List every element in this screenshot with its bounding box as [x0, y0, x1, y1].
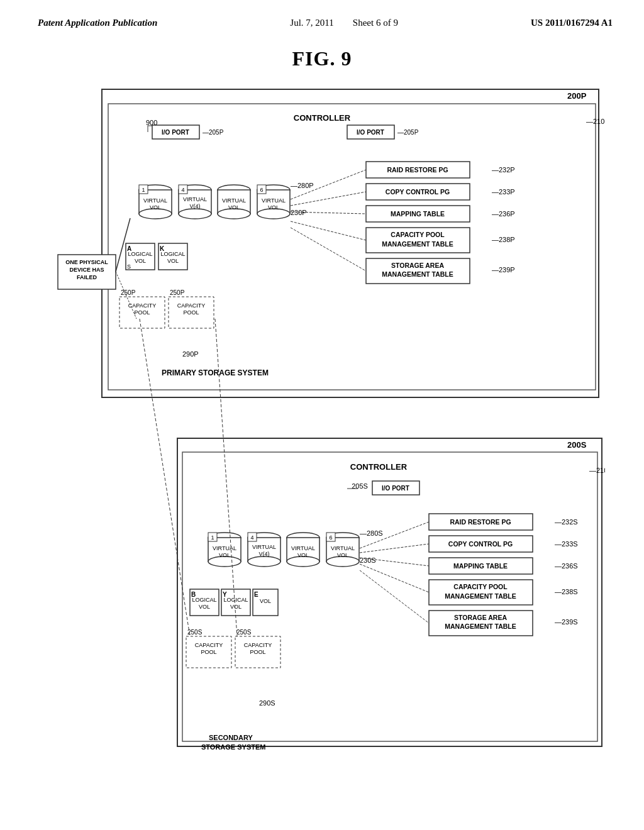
header-center: Jul. 7, 2011 Sheet 6 of 9	[290, 18, 398, 28]
svg-text:—205P: —205P	[397, 129, 419, 136]
svg-text:6: 6	[260, 187, 263, 193]
svg-text:POOL: POOL	[250, 649, 265, 655]
svg-text:250P: 250P	[121, 289, 136, 296]
svg-text:4: 4	[181, 187, 184, 193]
svg-text:VIRTUAL: VIRTUAL	[183, 196, 207, 202]
main-diagram: 200P —210P CONTROLLER I/O PORT —205P I/O…	[39, 86, 605, 797]
svg-point-93	[248, 556, 280, 567]
svg-text:VOL: VOL	[297, 552, 309, 558]
svg-text:—205P: —205P	[203, 129, 224, 136]
secondary-io-port: I/O PORT	[382, 485, 409, 492]
svg-text:250S: 250S	[236, 629, 252, 636]
svg-text:VOL: VOL	[199, 604, 210, 610]
svg-text:VOL: VOL	[135, 258, 146, 264]
svg-text:VOL: VOL	[167, 258, 179, 264]
secondary-controller-label: CONTROLLER	[350, 462, 408, 472]
svg-text:LOGICAL: LOGICAL	[223, 597, 248, 603]
primary-copy-control: COPY CONTROL PG	[386, 188, 450, 196]
main-content: FIG. 9 200P —210P CONTROLLER I/O PORT —2…	[0, 35, 644, 816]
secondary-raid-restore: RAID RESTORE PG	[450, 518, 511, 526]
svg-text:S: S	[127, 263, 131, 270]
svg-text:VIRTUAL: VIRTUAL	[143, 197, 167, 204]
svg-text:VIRTUAL: VIRTUAL	[291, 545, 315, 551]
svg-text:VOL: VOL	[219, 552, 230, 558]
header-right: US 2011/0167294 A1	[531, 18, 613, 28]
svg-text:—232P: —232P	[492, 166, 515, 174]
figure-title: FIG. 9	[38, 47, 606, 70]
svg-text:MANAGEMENT TABLE: MANAGEMENT TABLE	[382, 240, 453, 248]
secondary-copy-control: COPY CONTROL PG	[448, 540, 513, 548]
svg-text:VOL: VOL	[260, 598, 271, 604]
svg-text:VOL: VOL	[230, 604, 242, 610]
svg-text:VIRTUAL: VIRTUAL	[262, 197, 286, 204]
svg-text:POOL: POOL	[183, 309, 199, 316]
page-header: Patent Application Publication Jul. 7, 2…	[0, 0, 644, 35]
svg-text:—233S: —233S	[555, 540, 578, 548]
svg-text:LOGICAL: LOGICAL	[192, 597, 216, 603]
svg-text:V(4): V(4)	[189, 203, 200, 209]
svg-text:250P: 250P	[170, 289, 185, 296]
primary-io-port-left: I/O PORT	[162, 129, 189, 136]
svg-text:1: 1	[142, 187, 145, 193]
svg-text:4: 4	[250, 534, 253, 541]
secondary-controller-ref: —210S	[589, 467, 605, 474]
svg-text:—236S: —236S	[555, 562, 578, 570]
svg-text:290S: 290S	[259, 699, 275, 707]
svg-text:—236P: —236P	[492, 210, 515, 218]
primary-controller-label: CONTROLLER	[294, 113, 351, 123]
svg-point-18	[179, 209, 211, 219]
secondary-storage-area-mgmt: STORAGE AREA	[454, 614, 507, 621]
primary-io-port-right: I/O PORT	[357, 129, 384, 136]
primary-controller-ref: —210P	[586, 118, 605, 125]
svg-text:—233P: —233P	[492, 188, 515, 196]
header-date: Jul. 7, 2011	[290, 18, 333, 28]
header-sheet: Sheet 6 of 9	[353, 18, 398, 28]
svg-text:LOGICAL: LOGICAL	[160, 251, 185, 257]
svg-text:VOL: VOL	[228, 204, 240, 211]
primary-ref-label: 200P	[567, 91, 587, 101]
svg-text:—238S: —238S	[555, 588, 578, 595]
svg-text:6: 6	[329, 534, 332, 541]
svg-text:FAILED: FAILED	[77, 274, 97, 280]
svg-text:SECONDARY: SECONDARY	[209, 734, 253, 741]
secondary-mapping-table: MAPPING TABLE	[453, 562, 508, 570]
secondary-ref-label: 200S	[567, 440, 587, 450]
svg-text:VOL: VOL	[337, 552, 348, 558]
svg-text:MANAGEMENT TABLE: MANAGEMENT TABLE	[445, 622, 516, 630]
svg-text:VIRTUAL: VIRTUAL	[222, 197, 246, 204]
primary-mapping-table: MAPPING TABLE	[391, 210, 445, 218]
svg-text:MANAGEMENT TABLE: MANAGEMENT TABLE	[445, 592, 516, 600]
svg-text:900: 900	[146, 119, 157, 126]
svg-text:POOL: POOL	[201, 649, 216, 655]
svg-text:LOGICAL: LOGICAL	[128, 251, 152, 257]
svg-text:PRIMARY STORAGE SYSTEM: PRIMARY STORAGE SYSTEM	[162, 368, 269, 377]
svg-text:VIRTUAL: VIRTUAL	[331, 545, 355, 551]
svg-text:CAPACITY: CAPACITY	[244, 642, 272, 648]
svg-text:CAPACITY: CAPACITY	[177, 302, 205, 309]
svg-text:—239P: —239P	[492, 266, 515, 274]
primary-capacity-pool-mgmt: CAPACITY POOL	[391, 231, 445, 238]
header-left: Patent Application Publication	[38, 18, 157, 28]
svg-text:CAPACITY: CAPACITY	[128, 302, 156, 309]
svg-text:POOL: POOL	[134, 309, 150, 316]
svg-text:STORAGE SYSTEM: STORAGE SYSTEM	[201, 743, 265, 751]
svg-text:—232S: —232S	[555, 518, 578, 526]
svg-text:VOL: VOL	[268, 204, 279, 211]
svg-text:—280S: —280S	[360, 529, 383, 537]
primary-raid-restore: RAID RESTORE PG	[387, 166, 448, 174]
svg-text:—239S: —239S	[555, 618, 578, 626]
svg-text:290P: 290P	[182, 350, 199, 358]
svg-text:E: E	[254, 591, 258, 598]
svg-text:230S: 230S	[360, 556, 376, 564]
svg-text:ONE PHYSICAL: ONE PHYSICAL	[65, 259, 108, 265]
primary-storage-area-mgmt: STORAGE AREA	[391, 262, 444, 269]
svg-text:1: 1	[211, 534, 214, 541]
svg-text:V(4): V(4)	[258, 551, 269, 557]
svg-text:VIRTUAL: VIRTUAL	[252, 544, 276, 550]
svg-text:VIRTUAL: VIRTUAL	[213, 545, 236, 551]
svg-text:DEVICE HAS: DEVICE HAS	[69, 267, 104, 273]
svg-text:—280P: —280P	[291, 182, 314, 189]
secondary-capacity-pool-mgmt: CAPACITY POOL	[453, 583, 508, 590]
svg-text:MANAGEMENT TABLE: MANAGEMENT TABLE	[382, 270, 453, 278]
svg-text:VOL: VOL	[150, 204, 161, 211]
